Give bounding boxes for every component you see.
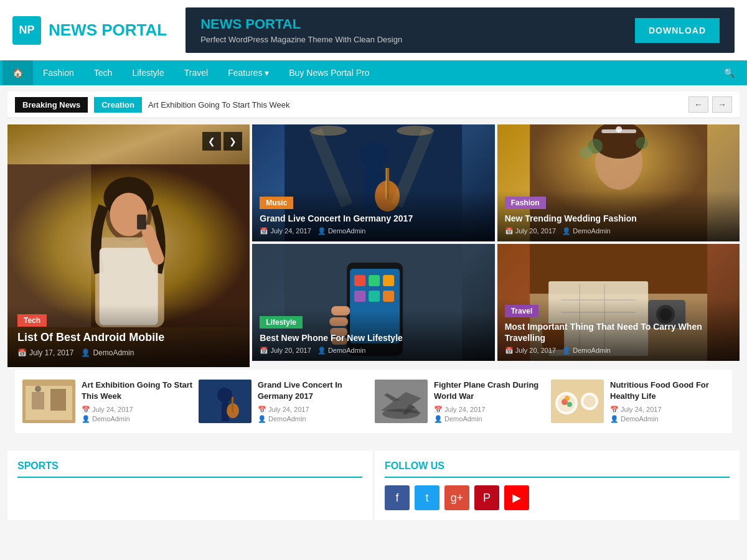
twitter-icon[interactable]: t	[415, 485, 439, 510]
breaking-prev-button[interactable]: ←	[688, 96, 708, 113]
list-item-meta: 📅 July 24, 2017 👤 DemoAdmin	[82, 406, 196, 423]
main-content: ❮ ❯ Tech List Of Best Android Mobile 📅Ju…	[0, 124, 747, 443]
list-item-title: Fighter Plane Crash During World War	[434, 380, 548, 402]
svg-point-73	[565, 396, 570, 401]
breaking-news-label: Breaking News	[15, 97, 88, 113]
ad-banner: NEWS PORTAL Perfect WordPress Magazine T…	[186, 7, 735, 53]
list-thumb-concert	[199, 380, 251, 423]
svg-point-22	[616, 126, 622, 133]
list-thumb-art	[22, 380, 75, 423]
svg-rect-33	[369, 291, 380, 302]
list-item[interactable]: Nutritious Food Good For Healthy Life 📅 …	[551, 380, 725, 423]
travel-badge: Travel	[505, 305, 539, 317]
footer-sections: SPORTS FOLLOW US f t g+ P ▶	[0, 443, 747, 528]
site-header: NP NEWS PORTAL NEWS PORTAL Perfect WordP…	[0, 0, 747, 60]
follow-section: FOLLOW US f t g+ P ▶	[375, 450, 740, 520]
grid-right-articles: Music Grand Live Concert In Germany 2017…	[252, 124, 740, 361]
sports-title: SPORTS	[17, 460, 362, 478]
logo-text: NEWS PORTAL	[49, 21, 167, 40]
svg-rect-8	[137, 215, 146, 230]
breaking-news-arrows: ← →	[688, 96, 732, 113]
phone-meta: 📅 July 20, 2017 👤 DemoAdmin	[260, 347, 487, 355]
list-item-meta: 📅 July 24, 2017 👤 DemoAdmin	[258, 406, 372, 423]
main-article-title: List Of Best Android Mobile	[17, 330, 240, 345]
calendar-icon: 📅	[17, 348, 27, 357]
slider-next-button[interactable]: ❯	[223, 132, 242, 151]
main-featured-article[interactable]: ❮ ❯ Tech List Of Best Android Mobile 📅Ju…	[7, 124, 250, 367]
article-phone[interactable]: Lifestyle Best New Phone For New Lifesty…	[252, 244, 494, 361]
breaking-news-tag: Creation	[94, 97, 142, 113]
svg-rect-30	[369, 275, 380, 286]
follow-title: FOLLOW US	[385, 460, 730, 478]
list-item-title: Nutritious Food Good For Healthy Life	[610, 380, 725, 402]
svg-point-65	[382, 409, 420, 419]
facebook-icon[interactable]: f	[385, 485, 410, 510]
main-article-meta: 📅July 17, 2017 👤DemoAdmin	[17, 348, 240, 357]
svg-point-11	[360, 142, 387, 169]
slider-nav-buttons: ❮ ❯	[202, 132, 242, 151]
svg-rect-1	[7, 164, 91, 327]
svg-rect-56	[50, 389, 66, 411]
slider-prev-button[interactable]: ❮	[202, 132, 221, 151]
main-nav: 🏠 Fashion Tech Lifestyle Travel Features…	[0, 60, 747, 85]
svg-point-59	[217, 388, 232, 403]
nav-item-lifestyle[interactable]: Lifestyle	[122, 60, 174, 85]
user-icon: 👤	[81, 348, 90, 357]
wedding-title: New Trending Wedding Fashion	[505, 213, 732, 224]
news-grid: ❮ ❯ Tech List Of Best Android Mobile 📅Ju…	[7, 124, 740, 367]
nav-item-tech[interactable]: Tech	[84, 60, 123, 85]
concert-badge: Music	[260, 197, 293, 209]
breaking-news-bar: Breaking News Creation Art Exhibition Go…	[7, 91, 740, 118]
logo-icon: NP	[12, 16, 41, 45]
nav-item-features[interactable]: Features ▾	[218, 60, 279, 85]
nav-item-travel[interactable]: Travel	[174, 60, 218, 85]
googleplus-icon[interactable]: g+	[444, 485, 469, 510]
nav-item-fashion[interactable]: Fashion	[33, 60, 84, 85]
svg-point-57	[35, 386, 41, 392]
list-thumb-food	[551, 380, 604, 423]
svg-point-70	[583, 395, 596, 408]
pinterest-icon[interactable]: P	[474, 485, 499, 510]
download-button[interactable]: DOWNLOAD	[635, 18, 720, 43]
svg-rect-29	[354, 275, 365, 286]
concert-title: Grand Live Concert In Germany 2017	[260, 213, 487, 224]
article-travel[interactable]: Travel Most Important Thing That Need To…	[497, 244, 740, 361]
list-thumb-plane	[375, 380, 428, 423]
svg-point-25	[636, 137, 648, 149]
sports-section: SPORTS	[7, 450, 372, 520]
list-item-title: Grand Live Concert In Germany 2017	[258, 380, 372, 402]
svg-point-24	[580, 146, 592, 159]
logo-area: NP NEWS PORTAL	[12, 16, 167, 45]
list-item-title: Art Exhibition Going To Start This Week	[82, 380, 196, 402]
bottom-list: Art Exhibition Going To Start This Week …	[15, 370, 732, 433]
phone-badge: Lifestyle	[260, 316, 303, 329]
svg-rect-32	[354, 291, 365, 302]
svg-rect-55	[32, 392, 44, 409]
nav-item-buy[interactable]: Buy News Portal Pro	[279, 60, 379, 85]
article-wedding[interactable]: Fashion New Trending Wedding Fashion 📅 J…	[497, 124, 740, 241]
svg-rect-34	[383, 291, 394, 302]
phone-title: Best New Phone For New Lifestyle	[260, 332, 487, 343]
svg-rect-31	[383, 275, 394, 286]
list-item-meta: 📅 July 24, 2017 👤 DemoAdmin	[610, 406, 725, 423]
wedding-meta: 📅 July 20, 2017 👤 DemoAdmin	[505, 227, 732, 235]
banner-subtitle: Perfect WordPress Magazine Theme With Cl…	[200, 35, 402, 44]
follow-icons: f t g+ P ▶	[385, 485, 730, 510]
svg-point-72	[567, 402, 572, 407]
banner-title: NEWS PORTAL	[200, 16, 402, 32]
breaking-news-text: Art Exhibition Going To Start This Week	[148, 100, 682, 110]
search-icon[interactable]: 🔍	[714, 60, 745, 85]
list-item[interactable]: Fighter Plane Crash During World War 📅 J…	[375, 380, 548, 423]
nav-item-home[interactable]: 🏠	[2, 60, 33, 85]
svg-rect-62	[232, 397, 233, 413]
concert-meta: 📅 July 24, 2017 👤 DemoAdmin	[260, 227, 487, 235]
breaking-next-button[interactable]: →	[712, 96, 732, 113]
travel-meta: 📅 July 20, 2017 👤 DemoAdmin	[505, 347, 732, 355]
travel-title: Most Important Thing That Need To Carry …	[505, 321, 732, 343]
wedding-badge: Fashion	[505, 197, 546, 209]
main-article-badge: Tech	[17, 314, 47, 327]
list-item[interactable]: Grand Live Concert In Germany 2017 📅 Jul…	[199, 380, 372, 423]
article-concert[interactable]: Music Grand Live Concert In Germany 2017…	[252, 124, 494, 241]
youtube-icon[interactable]: ▶	[504, 485, 529, 510]
list-item[interactable]: Art Exhibition Going To Start This Week …	[22, 380, 196, 423]
